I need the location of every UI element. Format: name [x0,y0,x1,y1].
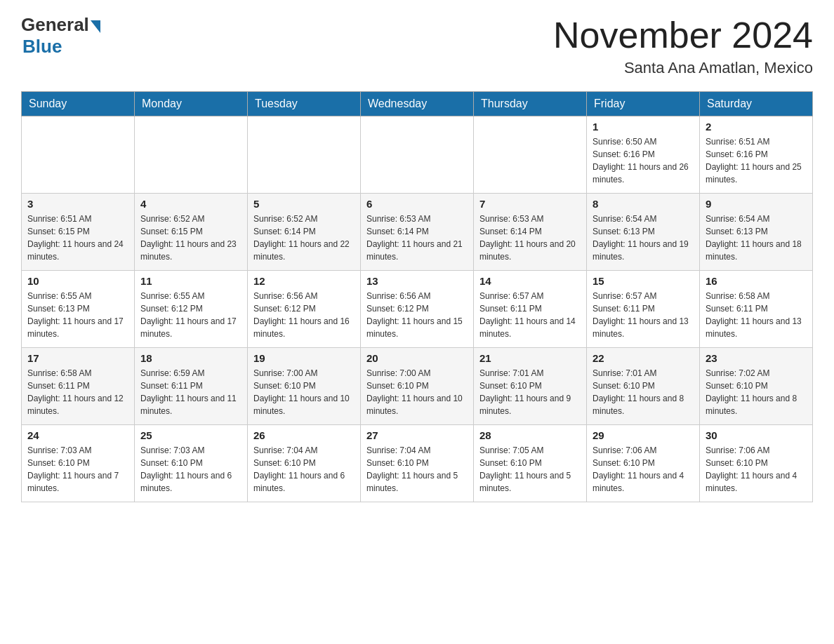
day-info: Sunrise: 6:51 AMSunset: 6:15 PMDaylight:… [27,213,128,263]
calendar-cell: 8Sunrise: 6:54 AMSunset: 6:13 PMDaylight… [587,194,700,271]
weekday-header-wednesday: Wednesday [361,92,474,116]
calendar-cell: 15Sunrise: 6:57 AMSunset: 6:11 PMDayligh… [587,271,700,348]
day-number: 22 [593,352,694,364]
calendar-cell: 10Sunrise: 6:55 AMSunset: 6:13 PMDayligh… [22,271,135,348]
weekday-header-row: SundayMondayTuesdayWednesdayThursdayFrid… [22,92,813,116]
calendar-cell: 21Sunrise: 7:01 AMSunset: 6:10 PMDayligh… [474,348,587,425]
day-number: 1 [593,121,694,133]
calendar-week-1: 1Sunrise: 6:50 AMSunset: 6:16 PMDaylight… [22,116,813,194]
day-info: Sunrise: 7:01 AMSunset: 6:10 PMDaylight:… [593,367,694,417]
calendar-cell: 7Sunrise: 6:53 AMSunset: 6:14 PMDaylight… [474,194,587,271]
logo: General Blue [21,14,100,58]
weekday-header-saturday: Saturday [700,92,813,116]
calendar-cell: 1Sunrise: 6:50 AMSunset: 6:16 PMDaylight… [587,116,700,194]
day-info: Sunrise: 7:06 AMSunset: 6:10 PMDaylight:… [706,444,807,495]
day-info: Sunrise: 6:54 AMSunset: 6:13 PMDaylight:… [706,213,807,263]
day-info: Sunrise: 6:53 AMSunset: 6:14 PMDaylight:… [366,213,468,263]
day-number: 25 [140,429,241,441]
day-info: Sunrise: 7:00 AMSunset: 6:10 PMDaylight:… [253,367,355,417]
calendar-cell: 2Sunrise: 6:51 AMSunset: 6:16 PMDaylight… [700,116,813,194]
calendar-cell: 27Sunrise: 7:04 AMSunset: 6:10 PMDayligh… [361,425,474,502]
day-number: 10 [27,275,128,287]
day-number: 27 [366,429,468,441]
day-number: 20 [366,352,468,364]
calendar-cell [361,116,474,194]
calendar-cell: 13Sunrise: 6:56 AMSunset: 6:12 PMDayligh… [361,271,474,348]
day-info: Sunrise: 6:53 AMSunset: 6:14 PMDaylight:… [479,213,581,263]
calendar-week-4: 17Sunrise: 6:58 AMSunset: 6:11 PMDayligh… [22,348,813,425]
day-number: 19 [253,352,355,364]
weekday-header-sunday: Sunday [22,92,135,116]
day-number: 7 [479,198,581,210]
calendar-cell: 5Sunrise: 6:52 AMSunset: 6:14 PMDaylight… [248,194,361,271]
day-number: 9 [706,198,807,210]
weekday-header-monday: Monday [135,92,248,116]
page-header: General Blue November 2024 Santa Ana Ama… [21,14,813,77]
day-number: 14 [479,275,581,287]
logo-general-text: General [21,14,89,36]
calendar-cell: 22Sunrise: 7:01 AMSunset: 6:10 PMDayligh… [587,348,700,425]
day-number: 3 [27,198,128,210]
day-number: 21 [479,352,581,364]
day-number: 15 [593,275,694,287]
day-info: Sunrise: 6:57 AMSunset: 6:11 PMDaylight:… [593,290,694,340]
day-number: 24 [27,429,128,441]
logo-arrow-icon [91,20,100,33]
calendar-cell: 30Sunrise: 7:06 AMSunset: 6:10 PMDayligh… [700,425,813,502]
day-info: Sunrise: 7:02 AMSunset: 6:10 PMDaylight:… [706,367,807,417]
day-info: Sunrise: 6:52 AMSunset: 6:15 PMDaylight:… [140,213,241,263]
day-info: Sunrise: 6:56 AMSunset: 6:12 PMDaylight:… [253,290,355,340]
day-info: Sunrise: 7:01 AMSunset: 6:10 PMDaylight:… [479,367,581,417]
day-info: Sunrise: 7:04 AMSunset: 6:10 PMDaylight:… [253,444,355,495]
calendar-cell: 6Sunrise: 6:53 AMSunset: 6:14 PMDaylight… [361,194,474,271]
day-info: Sunrise: 7:03 AMSunset: 6:10 PMDaylight:… [27,444,128,495]
day-number: 30 [706,429,807,441]
calendar-cell [22,116,135,194]
day-number: 18 [140,352,241,364]
day-number: 23 [706,352,807,364]
calendar-cell [248,116,361,194]
day-info: Sunrise: 6:55 AMSunset: 6:12 PMDaylight:… [140,290,241,340]
day-info: Sunrise: 6:54 AMSunset: 6:13 PMDaylight:… [593,213,694,263]
day-number: 26 [253,429,355,441]
day-info: Sunrise: 7:04 AMSunset: 6:10 PMDaylight:… [366,444,468,495]
day-info: Sunrise: 6:58 AMSunset: 6:11 PMDaylight:… [27,367,128,417]
weekday-header-friday: Friday [587,92,700,116]
weekday-header-tuesday: Tuesday [248,92,361,116]
day-info: Sunrise: 6:55 AMSunset: 6:13 PMDaylight:… [27,290,128,340]
calendar-week-3: 10Sunrise: 6:55 AMSunset: 6:13 PMDayligh… [22,271,813,348]
day-info: Sunrise: 6:50 AMSunset: 6:16 PMDaylight:… [593,135,694,186]
calendar-week-5: 24Sunrise: 7:03 AMSunset: 6:10 PMDayligh… [22,425,813,502]
calendar-cell [135,116,248,194]
calendar-cell: 4Sunrise: 6:52 AMSunset: 6:15 PMDaylight… [135,194,248,271]
day-info: Sunrise: 7:05 AMSunset: 6:10 PMDaylight:… [479,444,581,495]
calendar-cell: 17Sunrise: 6:58 AMSunset: 6:11 PMDayligh… [22,348,135,425]
day-info: Sunrise: 6:52 AMSunset: 6:14 PMDaylight:… [253,213,355,263]
calendar-cell: 20Sunrise: 7:00 AMSunset: 6:10 PMDayligh… [361,348,474,425]
day-info: Sunrise: 6:58 AMSunset: 6:11 PMDaylight:… [706,290,807,340]
day-info: Sunrise: 6:56 AMSunset: 6:12 PMDaylight:… [366,290,468,340]
calendar-cell: 3Sunrise: 6:51 AMSunset: 6:15 PMDaylight… [22,194,135,271]
month-title: November 2024 [553,14,813,56]
day-number: 13 [366,275,468,287]
day-number: 8 [593,198,694,210]
day-number: 11 [140,275,241,287]
day-number: 17 [27,352,128,364]
calendar-cell: 25Sunrise: 7:03 AMSunset: 6:10 PMDayligh… [135,425,248,502]
logo-blue-text: Blue [22,36,62,58]
calendar-cell: 28Sunrise: 7:05 AMSunset: 6:10 PMDayligh… [474,425,587,502]
calendar-cell: 26Sunrise: 7:04 AMSunset: 6:10 PMDayligh… [248,425,361,502]
calendar-cell: 29Sunrise: 7:06 AMSunset: 6:10 PMDayligh… [587,425,700,502]
calendar-cell: 9Sunrise: 6:54 AMSunset: 6:13 PMDaylight… [700,194,813,271]
calendar-cell: 23Sunrise: 7:02 AMSunset: 6:10 PMDayligh… [700,348,813,425]
calendar-cell: 19Sunrise: 7:00 AMSunset: 6:10 PMDayligh… [248,348,361,425]
calendar-cell: 18Sunrise: 6:59 AMSunset: 6:11 PMDayligh… [135,348,248,425]
day-number: 2 [706,121,807,133]
location-title: Santa Ana Amatlan, Mexico [553,59,813,77]
calendar-table: SundayMondayTuesdayWednesdayThursdayFrid… [21,91,813,502]
day-info: Sunrise: 7:06 AMSunset: 6:10 PMDaylight:… [593,444,694,495]
calendar-cell: 24Sunrise: 7:03 AMSunset: 6:10 PMDayligh… [22,425,135,502]
day-info: Sunrise: 7:03 AMSunset: 6:10 PMDaylight:… [140,444,241,495]
day-number: 6 [366,198,468,210]
calendar-cell: 12Sunrise: 6:56 AMSunset: 6:12 PMDayligh… [248,271,361,348]
